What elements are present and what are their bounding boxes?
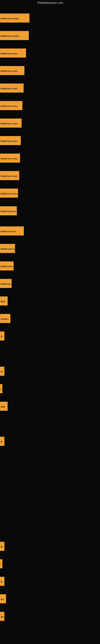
bar-item: Bottleneck res <box>0 226 24 236</box>
bar-label: Bottleneck resu <box>0 48 26 58</box>
bar-label: Bo <box>0 594 6 603</box>
bar-label: Bottleneck resu <box>0 84 24 92</box>
bar-label: Bottleneck resu <box>0 66 24 75</box>
bar-item: Bott <box>0 296 8 306</box>
bar-item: Bottleneck resu <box>0 136 21 145</box>
bar-label: Bottleneck res <box>0 226 24 236</box>
bar-label: | <box>0 384 2 393</box>
bar-label: Bottlen <box>0 314 10 323</box>
bar-item: Bottlenec <box>0 279 12 288</box>
bar-label: Bottleneck r <box>0 262 14 270</box>
bar-label: B <box>0 542 4 551</box>
bar-label: B <box>0 367 4 376</box>
bar-label: Bottleneck re <box>0 244 15 253</box>
bar-label: Bott <box>0 296 8 306</box>
bar-item: B <box>0 542 4 551</box>
bar-item: Bottleneck resu <box>0 66 24 75</box>
bar-label: B <box>0 577 4 586</box>
bar-item: Bottleneck result <box>0 31 29 40</box>
bar-label: Bottleneck res <box>0 206 17 215</box>
bar-label: Bottleneck result <box>0 31 29 40</box>
bar-item: Bottleneck resu <box>0 188 18 198</box>
bar-item: Bo <box>0 594 6 603</box>
bar-item: Bottleneck re <box>0 244 15 253</box>
bar-label: B <box>0 437 4 446</box>
bar-item: Bott <box>0 402 8 411</box>
bar-item: Bottleneck resu <box>0 118 22 128</box>
bar-label: Bo <box>0 612 4 621</box>
bar-item: Bottleneck resu <box>0 101 22 110</box>
bar-item: Bottlen <box>0 314 10 323</box>
bar-item: Bottleneck r <box>0 262 14 270</box>
bar-item: B <box>0 332 4 340</box>
bar-item: B <box>0 367 4 376</box>
bar-item: B <box>0 577 4 586</box>
bar-item: Bottleneck resu <box>0 154 20 162</box>
bar-item: B <box>0 437 4 446</box>
bar-item: | <box>0 559 2 568</box>
bar-item: Bottleneck resu <box>0 48 26 58</box>
bar-label: Bottleneck resu <box>0 154 20 162</box>
bar-label: Bottleneck result <box>0 14 29 22</box>
bar-item: Bottleneck res <box>0 206 17 215</box>
bar-label: Bottleneck resu <box>0 171 19 180</box>
bar-item: Bo <box>0 612 4 621</box>
bar-label: Bottleneck resu <box>0 101 22 110</box>
site-title: TheBottlenecker.com <box>0 0 100 6</box>
bar-label: Bottleneck resu <box>0 118 22 128</box>
bar-item: Bottleneck resu <box>0 171 19 180</box>
bar-label: Bott <box>0 402 8 411</box>
bar-item: Bottleneck resu <box>0 84 24 92</box>
bar-label: Bottlenec <box>0 279 12 288</box>
bar-label: Bottleneck resu <box>0 136 21 145</box>
bar-item: | <box>0 384 2 393</box>
bar-label: B <box>0 332 4 340</box>
bar-label: Bottleneck resu <box>0 188 18 198</box>
bar-label: | <box>0 559 2 568</box>
bar-item: Bottleneck result <box>0 14 29 22</box>
